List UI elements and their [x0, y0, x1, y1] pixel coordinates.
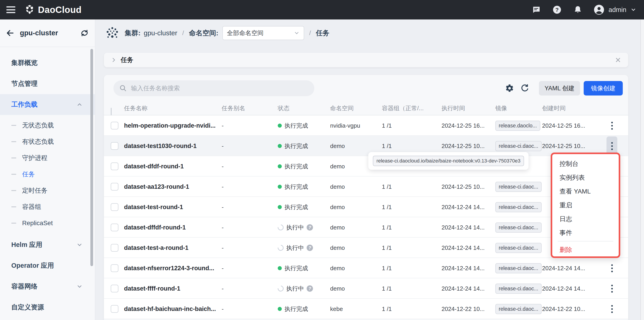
task-name[interactable]: helm-operation-upgrade-nvidi...: [124, 115, 216, 136]
table-row[interactable]: dataset-hf-baichuan-inc-baich... - 执行完成 …: [104, 299, 628, 319]
row-checkbox[interactable]: [111, 122, 118, 129]
row-checkbox[interactable]: [111, 142, 118, 150]
table-row[interactable]: dataset-test-a-round-1 - 执行中 ? demo 1 /1…: [104, 238, 628, 258]
col-pods[interactable]: 容器组（正常/...: [382, 101, 424, 115]
sidebar-item-jobs[interactable]: 任务: [0, 166, 95, 182]
image-create-button[interactable]: 镜像创建: [584, 81, 623, 95]
gear-icon[interactable]: [504, 82, 516, 94]
row-actions-kebab-icon[interactable]: [606, 259, 617, 278]
page-scrollbar[interactable]: [640, 20, 644, 320]
row-checkbox[interactable]: [111, 305, 118, 313]
sidebar-item-cronjobs[interactable]: 定时任务: [0, 182, 95, 199]
row-checkbox[interactable]: [111, 183, 118, 191]
task-name[interactable]: dataset-test1030-round-1: [124, 136, 196, 156]
sidebar-item-deployments[interactable]: 无状态负载: [0, 117, 95, 133]
sidebar-item-replicaset[interactable]: ReplicaSet: [0, 215, 95, 231]
col-namespace[interactable]: 命名空间: [330, 101, 354, 115]
image-tag[interactable]: release.daoclo...: [495, 121, 540, 131]
sidebar-item-daemonsets[interactable]: 守护进程: [0, 150, 95, 166]
notification-bell-icon[interactable]: [573, 5, 583, 15]
col-task-name[interactable]: 任务名称: [124, 101, 148, 115]
image-tag[interactable]: release-ci.daoc...: [495, 304, 542, 314]
row-actions-kebab-icon[interactable]: [606, 299, 617, 318]
task-name[interactable]: dataset-ffff-round-1: [124, 278, 180, 299]
col-image[interactable]: 镜像: [495, 101, 507, 115]
question-badge-icon[interactable]: ?: [307, 285, 313, 292]
table-row[interactable]: dataset-dfdf-round-1 - 执行完成 ? demo: [104, 156, 628, 177]
image-tag[interactable]: release-ci.daoc...: [495, 263, 542, 273]
menu-item-instance-list[interactable]: 实例列表: [552, 171, 619, 185]
image-tag[interactable]: release-ci.daoc...: [495, 202, 542, 212]
menu-item-console[interactable]: 控制台: [552, 157, 619, 171]
row-checkbox[interactable]: [111, 163, 118, 170]
sidebar-item-cluster-overview[interactable]: 集群概览: [0, 53, 95, 73]
sidebar-item-statefulsets[interactable]: 有状态负载: [0, 133, 95, 150]
col-task-alias[interactable]: 任务别名: [222, 101, 245, 115]
menu-item-restart[interactable]: 重启: [552, 198, 619, 212]
col-exec-time[interactable]: 执行时间: [442, 101, 465, 115]
row-checkbox[interactable]: [111, 203, 118, 211]
task-name[interactable]: dataset-dfdf-round-1: [124, 156, 184, 177]
image-tag[interactable]: release-ci.daoc...: [495, 182, 542, 192]
image-tag[interactable]: release-ci.daoc...: [495, 243, 542, 253]
sidebar-item-node-management[interactable]: 节点管理: [0, 73, 95, 94]
row-checkbox[interactable]: [111, 285, 118, 292]
row-actions-kebab-icon[interactable]: [606, 116, 617, 135]
col-status[interactable]: 状态: [278, 101, 290, 115]
cluster-value[interactable]: gpu-cluster: [144, 29, 177, 37]
row-checkbox[interactable]: [111, 244, 118, 252]
sidebar-scrollbar[interactable]: [90, 49, 93, 266]
menu-item-logs[interactable]: 日志: [552, 212, 619, 226]
image-tag[interactable]: release-ci.daoc...: [495, 141, 542, 151]
pods-cell: 1 /1: [382, 258, 392, 278]
select-all-checkbox[interactable]: [111, 108, 112, 115]
table-row[interactable]: helm-operation-upgrade-nvidi... - 执行完成 ?…: [104, 115, 628, 136]
tab-close-icon[interactable]: [614, 57, 622, 63]
sidebar-item-helm-apps[interactable]: Helm 应用: [0, 234, 95, 255]
task-name[interactable]: dataset-aa123-round-1: [124, 177, 189, 197]
help-icon[interactable]: ?: [552, 5, 562, 15]
brand[interactable]: DaoCloud: [24, 5, 82, 15]
image-tag[interactable]: release-ci.daoc...: [495, 222, 542, 233]
col-created[interactable]: 创建时间: [542, 101, 566, 115]
task-name[interactable]: dataset-hf-baichuan-inc-baich...: [124, 299, 216, 319]
tab-chevron-icon[interactable]: [111, 57, 116, 63]
exec-time-cell: 2024-12-24 14...: [442, 278, 485, 299]
tab-title[interactable]: 任务: [121, 56, 614, 64]
switch-cluster-icon[interactable]: [80, 29, 89, 38]
message-icon[interactable]: [531, 5, 541, 15]
yaml-create-button[interactable]: YAML 创建: [539, 81, 580, 95]
sidebar-item-operator-apps[interactable]: Operator 应用: [0, 255, 95, 276]
search-box[interactable]: [114, 80, 314, 96]
sidebar-item-workloads[interactable]: 工作负载: [0, 94, 95, 115]
menu-item-view-yaml[interactable]: 查看 YAML: [552, 185, 619, 198]
table-row[interactable]: dataset-aa123-round-1 - 执行完成 ? demo 1 /1…: [104, 177, 628, 197]
menu-item-events[interactable]: 事件: [552, 226, 619, 240]
refresh-icon[interactable]: [519, 82, 531, 94]
task-name[interactable]: dataset-test-round-1: [124, 197, 183, 217]
sidebar-item-pods[interactable]: 容器组: [0, 199, 95, 215]
image-tag[interactable]: release-ci.daoc...: [495, 283, 542, 294]
table-row[interactable]: dataset-test1030-round-1 - 执行完成 ? demo 1…: [104, 136, 628, 156]
sidebar-item-container-network[interactable]: 容器网络: [0, 276, 95, 297]
question-badge-icon[interactable]: ?: [307, 224, 313, 231]
back-arrow-icon[interactable]: [6, 29, 14, 37]
row-checkbox[interactable]: [111, 224, 118, 231]
task-name[interactable]: dataset-dffdf-round-1: [124, 217, 186, 238]
sidebar-item-custom-resources[interactable]: 自定义资源: [0, 297, 95, 318]
row-actions-kebab-icon[interactable]: [606, 279, 617, 298]
namespace-select[interactable]: 全部命名空间: [222, 26, 304, 40]
table-row[interactable]: dataset-dffdf-round-1 - 执行中 ? demo 1 /1 …: [104, 217, 628, 238]
user-menu[interactable]: admin: [594, 4, 636, 15]
hamburger-menu-icon[interactable]: [6, 6, 15, 13]
task-name[interactable]: dataset-nfserror1224-3-round...: [124, 258, 214, 278]
task-name[interactable]: dataset-test-a-round-1: [124, 238, 188, 258]
search-input[interactable]: [130, 85, 302, 92]
menu-item-delete[interactable]: 删除: [552, 243, 619, 257]
table-row[interactable]: dataset-ffff-round-1 - 执行中 ? demo 1 /1 2…: [104, 278, 628, 299]
row-checkbox[interactable]: [111, 264, 118, 272]
table-row[interactable]: dataset-nfserror1224-3-round... - 执行完成 ?…: [104, 258, 628, 278]
question-badge-icon[interactable]: ?: [307, 245, 313, 251]
exec-time-cell: 2024-12-22 10...: [442, 299, 485, 319]
table-row[interactable]: dataset-test-round-1 - 执行完成 ? demo 1 /1 …: [104, 197, 628, 217]
